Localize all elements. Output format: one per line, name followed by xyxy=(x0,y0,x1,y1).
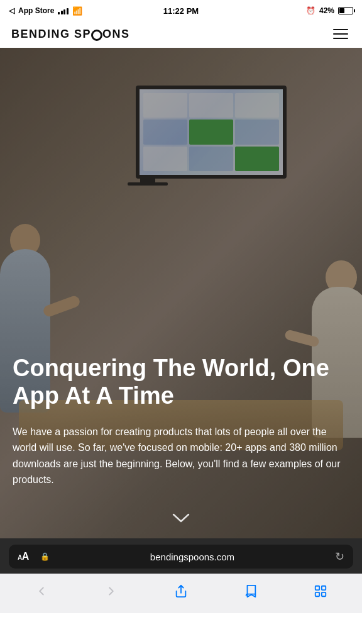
alarm-icon: ⏰ xyxy=(306,6,315,15)
carrier-label: App Store xyxy=(18,6,54,15)
back-arrow-icon: ◁ xyxy=(9,6,14,15)
forward-button[interactable] xyxy=(96,580,127,602)
text-size-button[interactable]: AA xyxy=(18,551,34,562)
wifi-icon: 📶 xyxy=(72,6,82,16)
battery-percent: 42% xyxy=(319,6,334,15)
reload-button[interactable]: ↻ xyxy=(335,550,344,564)
hero-content: Conquering The World, One App At A Time … xyxy=(0,355,362,488)
status-bar: ◁ App Store 📶 11:22 PM ⏰ 42% xyxy=(0,0,362,20)
status-time: 11:22 PM xyxy=(163,6,199,16)
signal-bars-icon xyxy=(58,8,69,14)
svg-rect-2 xyxy=(322,586,326,590)
status-right: ⏰ 42% xyxy=(306,6,353,15)
browser-url-bar[interactable]: AA 🔒 bendingspoons.com ↻ xyxy=(9,545,353,569)
url-display[interactable]: bendingspoons.com xyxy=(56,552,329,562)
browser-bar: AA 🔒 bendingspoons.com ↻ xyxy=(0,538,362,574)
share-button[interactable] xyxy=(165,580,197,602)
svg-rect-3 xyxy=(315,592,319,596)
svg-rect-1 xyxy=(315,586,319,590)
scroll-chevron-icon[interactable] xyxy=(172,511,190,527)
hamburger-menu-button[interactable] xyxy=(331,26,351,42)
svg-rect-4 xyxy=(322,592,326,596)
battery-icon xyxy=(338,7,353,14)
tabs-button[interactable] xyxy=(305,580,336,602)
status-carrier: ◁ App Store 📶 xyxy=(9,6,82,16)
back-button[interactable] xyxy=(26,580,57,602)
lock-icon: 🔒 xyxy=(40,552,50,561)
hero-section: Conquering The World, One App At A Time … xyxy=(0,48,362,538)
bookmarks-button[interactable] xyxy=(235,580,266,602)
navbar: BENDING SPONS xyxy=(0,20,362,48)
hero-title: Conquering The World, One App At A Time xyxy=(13,355,349,409)
brand-logo: BENDING SPONS xyxy=(11,28,130,41)
hero-subtitle: We have a passion for creating products … xyxy=(13,424,349,488)
browser-bottom-nav xyxy=(0,574,362,613)
